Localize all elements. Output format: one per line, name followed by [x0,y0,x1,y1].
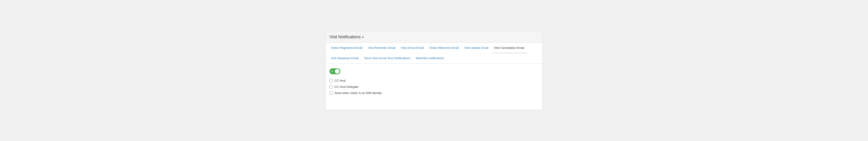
checkbox-label-send-idm: Send when visitor is an IDM Identity [335,91,382,95]
checkbox-send-idm[interactable] [330,92,333,95]
checkbox-item-send-idm[interactable]: Send when visitor is an IDM Identity [330,91,538,95]
content-section: ✓ CC HostCC Host DelegateSend when visit… [326,64,542,110]
page-title: Visit Notifications [330,34,361,40]
tabs-bar: Visitor Registered EmailVisit Reminder E… [326,43,542,64]
toggle-slider: ✓ [330,68,340,74]
header-section: Visit Notifications ▾ [326,31,542,43]
checkbox-label-cc-host: CC Host [335,79,346,82]
tab-visit-update[interactable]: Visit Update Email [462,43,491,53]
tab-visit-departure[interactable]: Visit Departure Email [328,53,362,64]
checkbox-group: CC HostCC Host DelegateSend when visitor… [330,79,538,95]
tab-visit-cancelation[interactable]: Visit Cancelation Email [491,43,527,53]
checkbox-cc-host[interactable] [330,79,333,82]
tab-watchlist[interactable]: Watchlist notifications [413,53,447,64]
tab-send-visit-arrival-sms[interactable]: Send Visit Arrival Sms Notifications [362,53,413,64]
checkbox-item-cc-host-delegate[interactable]: CC Host Delegate [330,85,538,89]
tab-visitor-welcome[interactable]: Visitor Welcome Email [427,43,462,53]
checkbox-label-cc-host-delegate: CC Host Delegate [335,85,359,89]
page-container: Visit Notifications ▾ Visitor Registered… [326,31,542,110]
tab-visitor-registered[interactable]: Visitor Registered Email [328,43,365,53]
tab-visit-reminder[interactable]: Visit Reminder Email [365,43,398,53]
chevron-down-icon[interactable]: ▾ [362,35,364,39]
tab-visit-arrival[interactable]: Visit Arrival Email [398,43,427,53]
checkmark-icon: ✓ [331,70,333,73]
checkbox-cc-host-delegate[interactable] [330,85,333,89]
enable-toggle[interactable]: ✓ [330,68,340,74]
checkbox-item-cc-host[interactable]: CC Host [330,79,538,82]
toggle-container: ✓ [330,68,538,74]
